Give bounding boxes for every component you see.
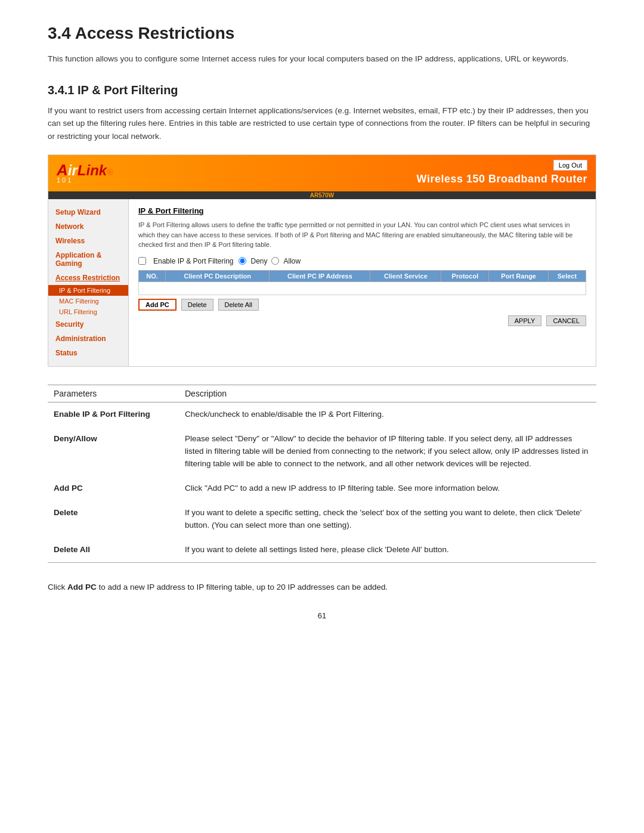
router-body: Setup Wizard Network Wireless Applicatio… [48, 199, 596, 366]
table-action-row: Add PC Delete Delete All [138, 299, 586, 311]
params-row: Add PCClick "Add PC" to add a new IP add… [48, 476, 596, 501]
col-client-desc: Client PC Description [166, 270, 270, 281]
params-col2-header: Description [179, 385, 596, 402]
ip-port-table: NO. Client PC Description Client PC IP A… [138, 270, 586, 295]
parameters-table: Parameters Description Enable IP & Port … [48, 385, 596, 562]
page-number: 61 [48, 611, 596, 620]
allow-label: Allow [284, 257, 301, 265]
logo-link: Link [78, 163, 107, 178]
params-param: Add PC [48, 476, 179, 501]
params-desc: Please select "Deny" or "Allow" to decid… [179, 427, 596, 476]
table-row-empty [139, 281, 586, 295]
empty-row [139, 281, 586, 295]
radio-group: Deny Allow [239, 257, 301, 265]
params-col1-header: Parameters [48, 385, 179, 402]
deny-radio[interactable] [239, 257, 246, 265]
sidebar-item-security[interactable]: Security [48, 317, 128, 332]
params-param: Deny/Allow [48, 427, 179, 476]
params-desc: If you want to delete a specific setting… [179, 501, 596, 538]
delete-all-button[interactable]: Delete All [218, 299, 259, 311]
intro-text: This function allows you to configure so… [48, 52, 596, 66]
params-param: Delete All [48, 538, 179, 562]
footer-note: Click Add PC to add a new IP address to … [48, 581, 596, 594]
sidebar-item-wireless[interactable]: Wireless [48, 234, 128, 248]
logo-101: 101 [57, 176, 73, 184]
router-ui: A ir Link ® 101 Log Out Wireless 150 Bro… [48, 154, 596, 367]
enable-filter-label: Enable IP & Port Filtering [153, 257, 234, 265]
section-desc: If you want to restrict users from acces… [48, 104, 596, 143]
sidebar-item-application-gaming[interactable]: Application & Gaming [48, 248, 128, 271]
add-pc-button[interactable]: Add PC [138, 299, 177, 311]
sidebar: Setup Wizard Network Wireless Applicatio… [48, 199, 129, 366]
sidebar-sub-mac-filtering[interactable]: MAC Filtering [48, 296, 128, 306]
params-param: Delete [48, 501, 179, 538]
footer-addpc-bold: Add PC [67, 583, 97, 592]
params-row: Enable IP & Port FilteringCheck/uncheck … [48, 402, 596, 427]
content-desc: IP & Port Filtering allows users to defi… [138, 220, 586, 250]
logo-star: ® [107, 168, 113, 176]
sidebar-sub-url-filtering[interactable]: URL Filtering [48, 306, 128, 317]
cancel-button[interactable]: CANCEL [546, 315, 586, 326]
params-row: DeleteIf you want to delete a specific s… [48, 501, 596, 538]
params-desc: If you want to delete all settings liste… [179, 538, 596, 562]
apply-row: APPLY CANCEL [138, 315, 586, 326]
params-row: Deny/AllowPlease select "Deny" or "Allow… [48, 427, 596, 476]
logo-ir: ir [68, 163, 78, 178]
col-no: NO. [139, 270, 166, 281]
deny-label: Deny [251, 257, 268, 265]
col-select: Select [548, 270, 586, 281]
params-row: Delete AllIf you want to delete all sett… [48, 538, 596, 562]
main-content: IP & Port Filtering IP & Port Filtering … [129, 199, 596, 366]
sidebar-item-access-restriction[interactable]: Access Restriction [48, 271, 128, 285]
sidebar-item-administration[interactable]: Administration [48, 332, 128, 346]
col-protocol: Protocol [441, 270, 489, 281]
col-port-range: Port Range [489, 270, 549, 281]
filter-row: Enable IP & Port Filtering Deny Allow [138, 257, 586, 265]
allow-radio[interactable] [271, 257, 279, 265]
section-title: 3.4.1 IP & Port Filtering [48, 83, 596, 97]
airlink-logo-text: A ir Link ® [57, 162, 113, 178]
router-brand: Wireless 150 Broadband Router [417, 173, 587, 185]
logout-button[interactable]: Log Out [553, 160, 587, 171]
content-title: IP & Port Filtering [138, 206, 586, 215]
params-desc: Click "Add PC" to add a new IP address t… [179, 476, 596, 501]
router-header: A ir Link ® 101 Log Out Wireless 150 Bro… [48, 155, 596, 191]
sidebar-item-status[interactable]: Status [48, 346, 128, 360]
airlink-logo: A ir Link ® 101 [57, 162, 113, 184]
params-param: Enable IP & Port Filtering [48, 402, 179, 427]
sidebar-item-network[interactable]: Network [48, 219, 128, 234]
logo-a: A [57, 162, 68, 178]
params-desc: Check/uncheck to enable/disable the IP &… [179, 402, 596, 427]
sidebar-sub-ip-port-filtering[interactable]: IP & Port Filtering [48, 285, 128, 296]
enable-filter-checkbox[interactable] [138, 257, 146, 265]
router-header-right: Log Out Wireless 150 Broadband Router [113, 160, 587, 185]
page-title: 3.4 Access Restrictions [48, 24, 596, 43]
col-client-ip: Client PC IP Address [270, 270, 370, 281]
apply-button[interactable]: APPLY [508, 315, 542, 326]
col-client-service: Client Service [370, 270, 441, 281]
delete-button[interactable]: Delete [181, 299, 213, 311]
sidebar-item-setup-wizard[interactable]: Setup Wizard [48, 205, 128, 219]
model-label: AR570W [48, 191, 596, 199]
